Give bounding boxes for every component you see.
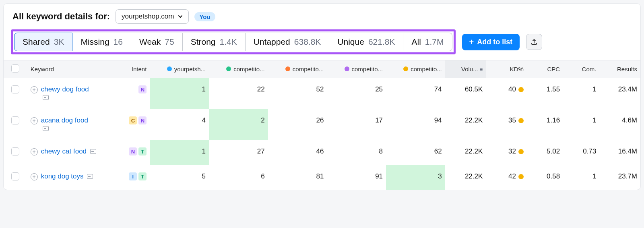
select-all-checkbox[interactable]: [11, 64, 19, 73]
kd-value: 40: [508, 85, 516, 93]
serp-icon[interactable]: [43, 126, 49, 131]
kd-difficulty-dot: [518, 174, 524, 179]
tab-label: Unique: [337, 37, 364, 47]
keyword-link[interactable]: kong dog toys: [41, 172, 93, 180]
position-cell: 1: [150, 140, 209, 165]
col-cpc[interactable]: CPC: [527, 60, 563, 78]
position-cell: 4: [150, 109, 209, 140]
keyword-link[interactable]: acana dog food: [41, 116, 97, 133]
com-cell: 1: [563, 165, 599, 190]
serp-icon[interactable]: [43, 95, 49, 100]
position-cell: 46: [268, 140, 327, 165]
you-badge: You: [194, 12, 215, 21]
position-cell: 22: [209, 78, 268, 109]
position-cell: 8: [327, 140, 386, 165]
position-cell: 25: [327, 78, 386, 109]
col-kd[interactable]: KD%: [486, 60, 527, 78]
site-dot-2: [285, 66, 290, 71]
col-volume[interactable]: Volu...≡: [445, 60, 486, 78]
domain-selector[interactable]: yourpetshop.com: [116, 9, 189, 24]
com-cell: 0.73: [563, 140, 599, 165]
position-cell: 6: [209, 165, 268, 190]
col-site-2[interactable]: competito...: [268, 60, 327, 78]
tab-label: Untapped: [254, 37, 290, 47]
kd-difficulty-dot: [518, 87, 524, 92]
col-site-4[interactable]: competito...: [386, 60, 445, 78]
tab-count: 1.4K: [220, 37, 237, 47]
plus-icon: +: [469, 38, 474, 46]
col-site-1[interactable]: competito...: [209, 60, 268, 78]
row-checkbox[interactable]: [11, 85, 19, 93]
filter-row: Shared3KMissing16Weak75Strong1.4KUntappe…: [4, 29, 640, 60]
filter-tab-shared[interactable]: Shared3K: [14, 33, 72, 51]
kd-difficulty-dot: [518, 149, 524, 154]
export-button[interactable]: [526, 34, 542, 50]
site-dot-0: [167, 66, 172, 71]
filter-tab-weak[interactable]: Weak75: [131, 33, 183, 51]
export-icon: [530, 38, 538, 46]
position-cell: 1: [150, 78, 209, 109]
volume-cell: 22.2K: [445, 109, 486, 140]
expand-icon[interactable]: +: [31, 173, 38, 180]
expand-icon[interactable]: +: [31, 117, 38, 124]
keyword-table: Keyword Intent yourpetsh... competito...…: [4, 60, 640, 190]
expand-icon[interactable]: +: [31, 86, 38, 93]
position-cell: 3: [386, 165, 445, 190]
col-results[interactable]: Results: [599, 60, 640, 78]
cpc-cell: 1.16: [527, 109, 563, 140]
intent-badge-N: N: [129, 147, 137, 155]
keyword-link[interactable]: chewy cat food: [41, 147, 96, 155]
col-keyword[interactable]: Keyword: [27, 60, 118, 78]
cpc-cell: 1.55: [527, 78, 563, 109]
filter-tab-strong[interactable]: Strong1.4K: [183, 33, 246, 51]
row-checkbox[interactable]: [11, 147, 19, 155]
cpc-cell: 0.58: [527, 165, 563, 190]
results-cell: 23.7M: [599, 165, 640, 190]
intent-badge-C: C: [129, 116, 137, 124]
kd-difficulty-dot: [518, 118, 524, 123]
panel-title: All keyword details for:: [12, 11, 110, 22]
com-cell: 1: [563, 78, 599, 109]
serp-icon[interactable]: [90, 149, 96, 154]
intent-badge-N: N: [138, 85, 147, 93]
col-com[interactable]: Com.: [563, 60, 599, 78]
kd-value: 35: [508, 116, 516, 124]
volume-cell: 22.2K: [445, 165, 486, 190]
site-dot-3: [345, 66, 349, 71]
tab-label: Strong: [191, 37, 216, 47]
position-cell: 27: [209, 140, 268, 165]
panel-header: All keyword details for: yourpetshop.com…: [4, 4, 640, 29]
serp-icon[interactable]: [87, 174, 93, 179]
position-cell: 74: [386, 78, 445, 109]
add-to-list-button[interactable]: + Add to list: [462, 34, 520, 50]
col-intent[interactable]: Intent: [118, 60, 150, 78]
results-cell: 23.4M: [599, 78, 640, 109]
volume-cell: 22.2K: [445, 140, 486, 165]
position-cell: 52: [268, 78, 327, 109]
sort-desc-icon: ≡: [480, 66, 483, 73]
expand-icon[interactable]: +: [31, 148, 38, 155]
filter-tab-unique[interactable]: Unique621.8K: [329, 33, 403, 51]
domain-selector-value: yourpetshop.com: [122, 12, 174, 21]
table-row: +chewy dog food N12252257460.5K401.55123…: [4, 78, 640, 109]
kd-value: 32: [508, 147, 516, 155]
intent-badge-T: T: [138, 172, 147, 180]
filter-tab-missing[interactable]: Missing16: [72, 33, 131, 51]
site-dot-4: [403, 66, 408, 71]
row-checkbox[interactable]: [11, 116, 19, 124]
tab-label: All: [411, 37, 421, 47]
col-site-3[interactable]: competito...: [327, 60, 386, 78]
keyword-link[interactable]: chewy dog food: [41, 85, 97, 102]
filter-tab-untapped[interactable]: Untapped638.8K: [246, 33, 330, 51]
results-cell: 16.4M: [599, 140, 640, 165]
intent-badge-N: N: [138, 116, 147, 124]
position-cell: 91: [327, 165, 386, 190]
filter-tab-all[interactable]: All1.7M: [403, 33, 452, 51]
volume-cell: 60.5K: [445, 78, 486, 109]
position-cell: 94: [386, 109, 445, 140]
table-row: +kong dog toys IT568191322.2K420.58123.7…: [4, 165, 640, 190]
col-site-0[interactable]: yourpetsh...: [150, 60, 209, 78]
row-checkbox[interactable]: [11, 172, 19, 180]
filter-tabs: Shared3KMissing16Weak75Strong1.4KUntappe…: [11, 29, 456, 54]
com-cell: 1: [563, 109, 599, 140]
